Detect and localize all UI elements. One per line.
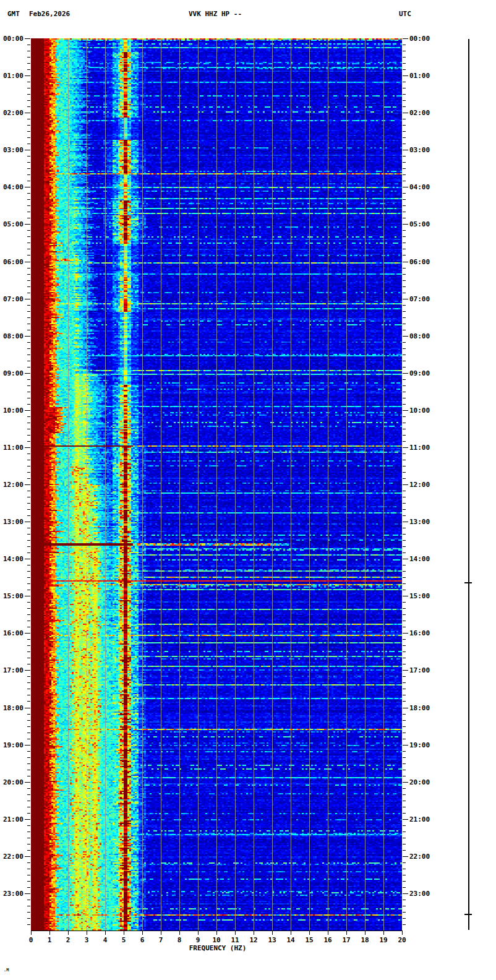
time-minor-tick	[27, 342, 30, 343]
time-minor-tick	[403, 608, 406, 609]
time-label-right: 21:00	[409, 815, 430, 823]
time-major-tick	[25, 670, 30, 671]
time-minor-tick	[27, 125, 30, 126]
time-minor-tick	[27, 429, 30, 429]
time-minor-tick	[27, 423, 30, 423]
time-minor-tick	[403, 658, 406, 658]
time-label-left: 06:00	[0, 258, 24, 266]
time-label-right: 17:00	[409, 666, 430, 674]
time-minor-tick	[27, 627, 30, 627]
time-minor-tick	[403, 441, 406, 442]
time-label-left: 14:00	[0, 555, 24, 563]
time-minor-tick	[27, 460, 30, 460]
time-major-tick	[403, 187, 408, 187]
time-label-right: 04:00	[409, 183, 430, 191]
freq-label: 17	[337, 936, 356, 944]
time-minor-tick	[403, 478, 406, 479]
time-minor-tick	[27, 658, 30, 658]
time-major-tick	[403, 299, 408, 299]
time-minor-tick	[403, 144, 406, 144]
time-label-left: 19:00	[0, 741, 24, 749]
time-minor-tick	[27, 832, 30, 832]
time-label-right: 06:00	[409, 258, 430, 266]
time-minor-tick	[403, 794, 406, 795]
time-label-right: 18:00	[409, 704, 430, 712]
time-minor-tick	[403, 119, 406, 119]
time-label-right: 07:00	[409, 295, 430, 303]
time-major-tick	[25, 633, 30, 634]
time-minor-tick	[403, 726, 406, 727]
freq-label: 4	[96, 936, 114, 944]
x-axis-title: FREQUENCY (HZ)	[156, 944, 280, 952]
time-label-left: 04:00	[0, 183, 24, 191]
time-minor-tick	[27, 106, 30, 107]
time-minor-tick	[403, 63, 406, 64]
time-minor-tick	[27, 255, 30, 256]
time-major-tick	[25, 447, 30, 448]
time-minor-tick	[27, 552, 30, 553]
time-minor-tick	[403, 181, 406, 181]
time-major-tick	[403, 670, 408, 671]
time-minor-tick	[27, 571, 30, 572]
time-minor-tick	[403, 503, 406, 504]
time-minor-tick	[27, 763, 30, 764]
time-minor-tick	[403, 577, 406, 578]
time-label-right: 11:00	[409, 444, 430, 452]
time-major-tick	[403, 559, 408, 559]
time-minor-tick	[403, 788, 406, 789]
time-minor-tick	[403, 348, 406, 349]
time-minor-tick	[403, 100, 406, 101]
freq-tick	[291, 931, 291, 935]
time-minor-tick	[27, 515, 30, 516]
time-minor-tick	[27, 733, 30, 733]
time-minor-tick	[403, 205, 406, 206]
time-minor-tick	[27, 82, 30, 82]
time-minor-tick	[403, 757, 406, 758]
time-major-tick	[403, 336, 408, 337]
freq-tick	[365, 931, 366, 935]
time-minor-tick	[403, 590, 406, 590]
time-minor-tick	[403, 330, 406, 330]
time-label-left: 21:00	[0, 815, 24, 823]
time-minor-tick	[27, 924, 30, 925]
time-major-tick	[25, 559, 30, 559]
date-label: Feb26,2026	[29, 10, 70, 18]
time-minor-tick	[27, 385, 30, 386]
time-minor-tick	[403, 311, 406, 312]
time-minor-tick	[27, 57, 30, 58]
time-minor-tick	[403, 862, 406, 863]
time-minor-tick	[403, 230, 406, 231]
freq-tick	[142, 931, 143, 935]
time-minor-tick	[27, 807, 30, 807]
time-minor-tick	[27, 45, 30, 45]
time-minor-tick	[27, 912, 30, 913]
time-label-right: 22:00	[409, 853, 430, 861]
time-minor-tick	[403, 280, 406, 281]
time-minor-tick	[403, 614, 406, 615]
time-minor-tick	[403, 404, 406, 405]
time-minor-tick	[27, 361, 30, 361]
time-major-tick	[403, 782, 408, 783]
time-minor-tick	[403, 602, 406, 603]
time-label-left: 08:00	[0, 332, 24, 340]
time-minor-tick	[27, 218, 30, 218]
time-minor-tick	[403, 466, 406, 466]
time-minor-tick	[403, 664, 406, 664]
time-minor-tick	[403, 714, 406, 715]
time-major-tick	[25, 596, 30, 596]
time-minor-tick	[27, 788, 30, 789]
freq-label: 11	[226, 936, 244, 944]
time-minor-tick	[403, 361, 406, 361]
time-minor-tick	[27, 199, 30, 200]
time-label-left: 22:00	[0, 853, 24, 861]
time-major-tick	[403, 856, 408, 857]
time-minor-tick	[27, 94, 30, 95]
time-minor-tick	[27, 274, 30, 275]
time-minor-tick	[27, 682, 30, 683]
time-minor-tick	[403, 881, 406, 882]
time-minor-tick	[403, 125, 406, 126]
time-minor-tick	[403, 534, 406, 535]
freq-tick	[161, 931, 161, 935]
time-minor-tick	[27, 881, 30, 882]
freq-tick	[402, 931, 403, 935]
